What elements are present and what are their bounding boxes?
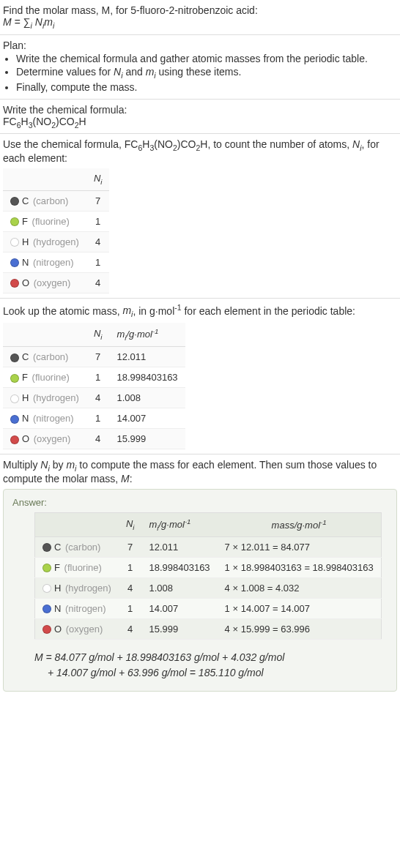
mass-value: 1 × 14.007 = 14.007 bbox=[218, 598, 382, 618]
element-cell: N (nitrogen) bbox=[3, 252, 86, 272]
table-row: C (carbon)712.0117 × 12.011 = 84.077 bbox=[35, 536, 382, 557]
element-name: (carbon) bbox=[65, 542, 100, 553]
table-row: O (oxygen)415.999 bbox=[3, 429, 185, 449]
count-table: Ni C (carbon)7F (fluorine)1H (hydrogen)4… bbox=[3, 168, 109, 293]
answer-table: Ni mi/g·mol-1 mass/g·mol-1 C (carbon)712… bbox=[34, 512, 382, 640]
element-cell: C (carbon) bbox=[3, 190, 86, 211]
mass-value: 7 × 12.011 = 84.077 bbox=[218, 536, 382, 557]
element-cell: H (hydrogen) bbox=[3, 388, 86, 408]
element-name: (oxygen) bbox=[66, 624, 103, 635]
element-dot-icon bbox=[42, 605, 51, 613]
element-name: (fluorine) bbox=[32, 216, 70, 227]
m-value: 1.008 bbox=[109, 388, 185, 408]
table-row: N (nitrogen)114.007 bbox=[3, 408, 185, 429]
m-value: 12.011 bbox=[109, 347, 185, 367]
table-row: N (nitrogen)114.0071 × 14.007 = 14.007 bbox=[35, 598, 382, 618]
m-value: 15.999 bbox=[141, 618, 217, 639]
element-cell: O (oxygen) bbox=[3, 429, 86, 449]
formula-section: Write the chemical formula: FC6H3(NO2)CO… bbox=[0, 100, 400, 135]
element-name: (oxygen) bbox=[34, 277, 71, 288]
element-dot-icon bbox=[10, 353, 19, 362]
n-value: 4 bbox=[86, 231, 110, 252]
element-dot-icon bbox=[42, 625, 51, 634]
intro-equation: M = ∑i Nimi bbox=[3, 16, 397, 30]
element-symbol: C bbox=[54, 542, 61, 553]
m-value: 14.007 bbox=[141, 598, 217, 618]
table-row: F (fluorine)1 bbox=[3, 211, 109, 231]
element-dot-icon bbox=[10, 217, 19, 226]
table-row: H (hydrogen)41.0084 × 1.008 = 4.032 bbox=[35, 577, 382, 598]
element-symbol: O bbox=[22, 277, 29, 288]
element-symbol: H bbox=[54, 583, 61, 594]
table-row: H (hydrogen)4 bbox=[3, 231, 109, 252]
n-value: 1 bbox=[86, 367, 110, 388]
plan-section: Plan: Write the chemical formula and gat… bbox=[0, 35, 400, 100]
element-symbol: H bbox=[22, 236, 29, 247]
n-value: 7 bbox=[86, 347, 110, 367]
n-value: 1 bbox=[86, 408, 110, 429]
element-name: (nitrogen) bbox=[65, 603, 106, 614]
answer-box: Answer: Ni mi/g·mol-1 mass/g·mol-1 C (ca… bbox=[3, 489, 397, 692]
element-dot-icon bbox=[42, 564, 51, 572]
element-symbol: F bbox=[22, 216, 28, 227]
element-symbol: N bbox=[22, 413, 29, 424]
n-value: 7 bbox=[86, 190, 110, 211]
plan-item: Determine values for Ni and mi using the… bbox=[16, 66, 397, 80]
element-dot-icon bbox=[10, 394, 19, 403]
element-name: (nitrogen) bbox=[33, 413, 74, 424]
lookup-text: Look up the atomic mass, mi, in g·mol-1 … bbox=[3, 303, 397, 318]
intro-section: Find the molar mass, M, for 5-fluoro-2-n… bbox=[0, 0, 400, 35]
element-dot-icon bbox=[42, 543, 51, 552]
element-name: (fluorine) bbox=[32, 372, 70, 383]
element-cell: N (nitrogen) bbox=[3, 408, 86, 429]
element-cell: F (fluorine) bbox=[35, 557, 119, 577]
table-row: O (oxygen)4 bbox=[3, 272, 109, 293]
element-name: (hydrogen) bbox=[33, 392, 79, 403]
answer-label: Answer: bbox=[12, 497, 388, 508]
m-value: 1.008 bbox=[141, 577, 217, 598]
element-dot-icon bbox=[10, 197, 19, 206]
n-value: 4 bbox=[86, 272, 110, 293]
intro-text: Find the molar mass, M, for 5-fluoro-2-n… bbox=[3, 4, 258, 16]
m-value: 14.007 bbox=[109, 408, 185, 429]
element-name: (oxygen) bbox=[34, 433, 71, 444]
m-value: 15.999 bbox=[109, 429, 185, 449]
table-row: C (carbon)712.011 bbox=[3, 347, 185, 367]
final-equation: M = 84.077 g/mol + 18.998403163 g/mol + … bbox=[34, 650, 388, 681]
element-cell: O (oxygen) bbox=[35, 618, 119, 639]
element-symbol: H bbox=[22, 392, 29, 403]
m-value: 18.998403163 bbox=[109, 367, 185, 388]
element-cell: N (nitrogen) bbox=[35, 598, 119, 618]
table-row: F (fluorine)118.998403163 bbox=[3, 367, 185, 388]
plan-list: Write the chemical formula and gather at… bbox=[3, 53, 397, 93]
m-value: 18.998403163 bbox=[141, 557, 217, 577]
element-cell: F (fluorine) bbox=[3, 211, 86, 231]
element-cell: C (carbon) bbox=[35, 536, 119, 557]
mass-value: 1 × 18.998403163 = 18.998403163 bbox=[218, 557, 382, 577]
element-symbol: O bbox=[54, 624, 62, 635]
element-cell: C (carbon) bbox=[3, 347, 86, 367]
n-value: 1 bbox=[86, 252, 110, 272]
n-value: 1 bbox=[119, 598, 142, 618]
element-dot-icon bbox=[42, 584, 51, 593]
element-cell: O (oxygen) bbox=[3, 272, 86, 293]
n-value: 4 bbox=[86, 429, 110, 449]
element-symbol: N bbox=[22, 257, 29, 268]
element-name: (hydrogen) bbox=[33, 236, 79, 247]
element-dot-icon bbox=[10, 435, 19, 444]
element-symbol: C bbox=[22, 195, 29, 206]
n-value: 1 bbox=[119, 557, 142, 577]
count-section: Use the chemical formula, FC6H3(NO2)CO2H… bbox=[0, 134, 400, 298]
element-symbol: O bbox=[22, 433, 29, 444]
table-row: C (carbon)7 bbox=[3, 190, 109, 211]
element-name: (carbon) bbox=[33, 351, 68, 362]
element-symbol: C bbox=[22, 351, 29, 362]
formula-heading: Write the chemical formula: bbox=[3, 104, 397, 116]
mass-value: 4 × 15.999 = 63.996 bbox=[218, 618, 382, 639]
element-symbol: F bbox=[22, 372, 28, 383]
table-row: O (oxygen)415.9994 × 15.999 = 63.996 bbox=[35, 618, 382, 639]
n-value: 4 bbox=[119, 618, 142, 639]
element-name: (hydrogen) bbox=[65, 583, 111, 594]
n-value: 7 bbox=[119, 536, 142, 557]
multiply-section: Multiply Ni by mi to compute the mass fo… bbox=[0, 454, 400, 700]
